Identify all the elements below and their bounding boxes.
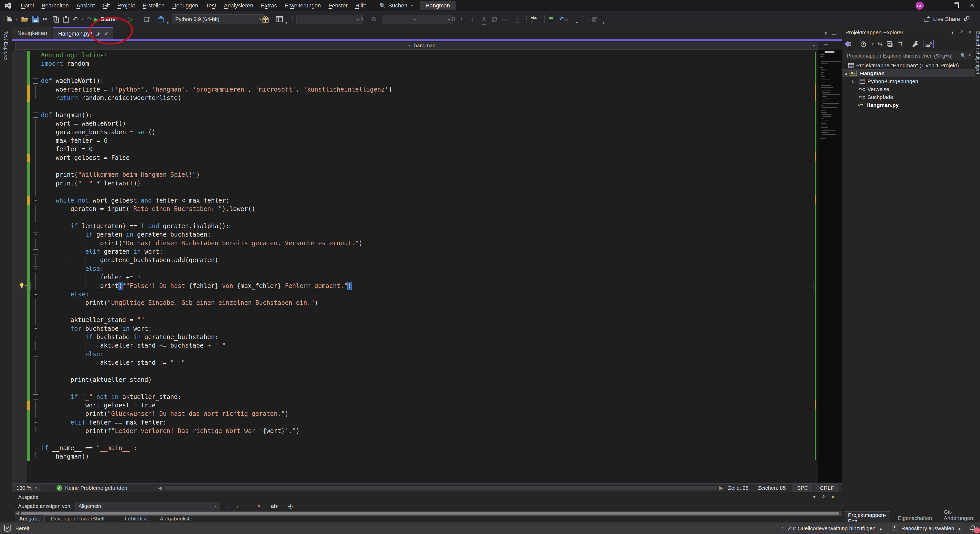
code-line[interactable] <box>12 188 813 196</box>
menu-analysieren[interactable]: Analysieren <box>220 0 257 11</box>
italic-button[interactable]: I <box>460 14 462 24</box>
open-file-button[interactable] <box>21 14 29 24</box>
code-line[interactable]: −def hangman(): <box>12 111 813 119</box>
line-indicator[interactable]: Zeile: 28 <box>724 485 753 491</box>
minimize-button[interactable]: – <box>932 0 948 11</box>
notifications-tab[interactable]: Benachrichtigungen <box>975 31 980 74</box>
scroll-left-arrow[interactable]: ◀ <box>16 511 19 515</box>
chevron-down-icon[interactable]: ▾ <box>951 30 954 35</box>
word-wrap-icon[interactable]: ab↩ <box>271 503 282 509</box>
code-line[interactable]: fehler += 1 <box>12 273 813 281</box>
undo-dropdown[interactable]: ▾ <box>81 14 84 24</box>
menu-erstellen[interactable]: Erstellen <box>139 0 169 11</box>
code-line[interactable]: print("Du hast diesen Buchstaben bereits… <box>12 239 813 248</box>
fold-collapse-icon[interactable]: − <box>33 250 38 254</box>
menu-projekt[interactable]: Projekt <box>114 0 138 11</box>
code-line[interactable]: − if buchstabe in geratene_buchstaben: <box>12 333 813 342</box>
code-line[interactable] <box>12 102 813 111</box>
layout-dropdown[interactable]: ▾ <box>285 18 287 28</box>
pin-icon[interactable] <box>821 494 825 500</box>
tree-row-verweise[interactable]: Verweise <box>842 85 975 93</box>
style-combo-disabled[interactable]: ▾ <box>382 15 419 24</box>
code-line[interactable]: hangman() <box>12 453 813 461</box>
fold-collapse-icon[interactable]: − <box>33 292 38 297</box>
expanded-arrow-icon[interactable]: ◢ <box>842 71 850 76</box>
next-message-icon[interactable]: → <box>245 503 250 509</box>
close-icon[interactable]: ✕ <box>968 30 972 35</box>
add-to-source-control-button[interactable]: Zur Quellcodeverwaltung hinzufügen <box>788 525 876 531</box>
goto-message-icon[interactable]: ⤓ <box>227 503 229 509</box>
code-line[interactable]: max_fehler = 6 <box>12 137 813 145</box>
close-icon[interactable]: ✕ <box>104 31 108 37</box>
close-button[interactable]: ✕ <box>964 0 980 11</box>
code-line[interactable]: wort_geloest = True <box>12 401 813 410</box>
save-button[interactable] <box>32 14 40 24</box>
paste-button[interactable] <box>62 14 70 24</box>
scrollbar-handle[interactable] <box>825 51 834 53</box>
menu-hilfe[interactable]: Hilfe <box>352 0 371 11</box>
new-project-button[interactable] <box>6 14 13 24</box>
scrollbar-thumb[interactable] <box>21 512 839 515</box>
fold-collapse-icon[interactable]: − <box>33 394 38 399</box>
code-line[interactable]: print("Ungültige Eingabe. Gib einen einz… <box>12 299 813 307</box>
code-line[interactable]: wort = waehleWort() <box>12 119 813 128</box>
fold-collapse-icon[interactable]: − <box>33 266 38 271</box>
avatar[interactable]: GP <box>916 2 924 10</box>
code-line[interactable]: −def waehleWort(): <box>12 77 813 85</box>
fold-collapse-icon[interactable]: − <box>33 352 38 357</box>
code-line[interactable]: − if "_" not in aktueller_stand: <box>12 393 813 401</box>
code-line[interactable]: wort_geloest = False <box>12 154 813 162</box>
grid-dropdown[interactable]: ▾ <box>602 18 605 28</box>
code-line[interactable]: print("Willkommen beim Hangman-Spiel!") <box>12 170 813 179</box>
unlink-icon[interactable]: ⧮ <box>515 14 519 24</box>
clear-all-icon[interactable]: ✕≡ <box>256 503 264 509</box>
code-line[interactable]: − for buchstabe in wort: <box>12 324 813 333</box>
collapsed-arrow-icon[interactable]: ▷ <box>851 79 857 84</box>
code-line[interactable]: − elif fehler == max_fehler: <box>12 418 813 427</box>
highlight-button[interactable]: ▧ <box>492 14 498 24</box>
undo-button[interactable]: ↶ <box>73 14 78 24</box>
tab-ausgabe[interactable]: Ausgabe <box>15 515 45 523</box>
cut-icon[interactable]: ✂ <box>43 14 48 24</box>
tab-neuigkeiten[interactable]: Neuigkeiten <box>12 27 52 40</box>
code-line[interactable]: aktueller_stand += buchstabe + " " <box>12 342 813 350</box>
code-lines[interactable]: #encoding: latin-1import random−def waeh… <box>12 51 813 461</box>
tab-hangman-py[interactable]: Hangman.py* ✕ <box>53 27 113 40</box>
tab-eigenschaften[interactable]: Eigenschaften <box>894 515 936 522</box>
code-line[interactable]: geraten = input("Rate einen Buchstaben: … <box>12 205 813 213</box>
code-line[interactable] <box>12 307 813 316</box>
import-grid-icon[interactable]: ⌄▦ <box>587 14 598 24</box>
fold-collapse-icon[interactable]: − <box>33 232 38 237</box>
switch-views-icon[interactable] <box>845 40 851 48</box>
underline-button[interactable]: U <box>469 14 474 24</box>
redo-button[interactable]: ↷ <box>87 14 92 24</box>
home-dropdown[interactable]: ▾ <box>166 18 169 28</box>
more-options-dropdown[interactable]: ▾ <box>575 18 578 28</box>
collapse-all-icon[interactable] <box>886 41 893 47</box>
project-scope-dropdown[interactable]: ▾ <box>15 42 414 49</box>
horizontal-scrollbar[interactable] <box>165 485 717 491</box>
code-line[interactable]: − elif geraten in wort: <box>12 248 813 256</box>
output-horizontal-scrollbar[interactable]: ◀ <box>15 511 842 515</box>
gift-feedback-icon[interactable] <box>262 14 269 24</box>
space-mode-indicator[interactable]: SPC <box>792 484 813 492</box>
menu-test[interactable]: Test <box>202 0 220 11</box>
lightbulb-icon[interactable]: ▾ <box>12 282 27 290</box>
pending-changes-filter-icon[interactable] <box>860 41 867 47</box>
code-line[interactable]: aktueller_stand = "" <box>12 316 813 324</box>
menu-git[interactable]: Git <box>99 0 114 11</box>
code-line[interactable]: print("_ " * len(wort)) <box>12 179 813 188</box>
format-undo-icon[interactable]: ↶≡ <box>559 14 568 24</box>
float-window-icon[interactable]: ▭ <box>832 30 837 36</box>
menu-fenster[interactable]: Fenster <box>325 0 352 11</box>
tree-row-hangman-py[interactable]: PY Hangman.py <box>842 101 975 109</box>
menu-erweiterungen[interactable]: Erweiterungen <box>281 0 325 11</box>
zoom-level-dropdown[interactable]: 130 % ▾ <box>12 484 41 492</box>
fold-collapse-icon[interactable]: − <box>33 224 38 229</box>
toolbar-grip[interactable] <box>3 16 4 22</box>
code-line[interactable]: woerterliste = ['python', 'hangman', 'pr… <box>12 86 813 94</box>
fold-collapse-icon[interactable]: − <box>33 113 38 118</box>
sort-lines-icon[interactable]: ≣ <box>549 14 554 24</box>
fold-collapse-icon[interactable]: − <box>33 78 38 84</box>
toolbar-grip[interactable] <box>526 16 527 22</box>
